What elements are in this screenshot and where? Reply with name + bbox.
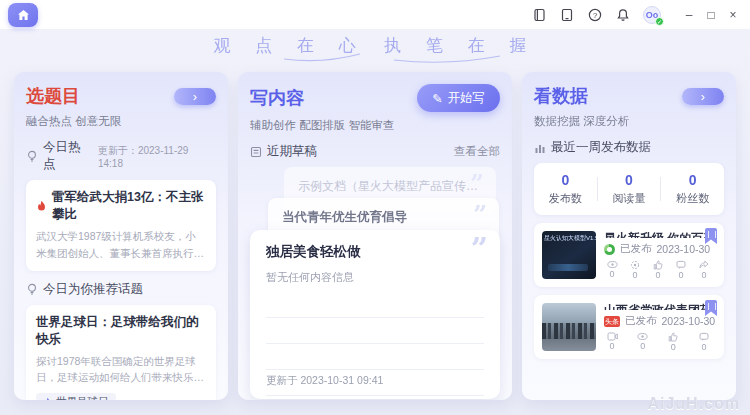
published-article-item[interactable]: 星火认知大模型V1.5 发布 星火新升级 你的百变随... 已发布 2023-1…: [534, 223, 724, 287]
stat-label: 阅读量: [598, 191, 661, 206]
hot-topic-body: 武汉大学1987级计算机系校友，小米集团创始人、董事长兼首席执行官雷军向母校捐赠…: [36, 228, 206, 262]
stat-publish: 0 发布数: [534, 172, 597, 206]
like-icon: [668, 332, 678, 342]
like-icon: [653, 260, 663, 270]
user-avatar[interactable]: Oo ✓: [643, 6, 661, 24]
start-writing-label: 开始写: [448, 90, 486, 107]
stat-label: 发布数: [534, 191, 597, 206]
flame-purple-icon: [43, 397, 52, 400]
draft-title: 独居美食轻松做: [266, 243, 484, 261]
bar-chart-icon: [534, 142, 546, 154]
article-date: 2023-10-30: [662, 315, 716, 327]
article-status: 已发布: [625, 314, 657, 328]
bell-icon[interactable]: [615, 8, 630, 23]
count-value: 0: [678, 271, 683, 280]
stat-reads: 0 阅读量: [598, 172, 661, 206]
titlebar: ? Oo ✓ – □ ×: [0, 0, 750, 30]
data-panel-subtitle: 数据挖掘 深度分析: [534, 114, 724, 129]
drafts-section-label: 近期草稿: [267, 143, 317, 160]
svg-text:?: ?: [592, 11, 596, 20]
stat-label: 粉丝数: [661, 191, 724, 206]
article-thumbnail: 星火认知大模型V1.5 发布: [542, 231, 596, 279]
flame-red-icon: [36, 200, 47, 212]
article-status: 已发布: [620, 242, 652, 256]
views-icon: [637, 332, 648, 341]
view-all-link[interactable]: 查看全部: [454, 144, 500, 159]
article-title: 星火新升级 你的百变随...: [604, 230, 716, 238]
weekly-stats-card: 0 发布数 0 阅读量 0 粉丝数: [534, 163, 724, 215]
hot-topic-card[interactable]: 雷军给武大捐13亿：不主张攀比 武汉大学1987级计算机系校友，小米集团创始人、…: [26, 180, 216, 271]
lightbulb-icon: [26, 150, 38, 162]
topic-tag[interactable]: 世界足球日: [36, 393, 116, 400]
device-icon[interactable]: [559, 8, 574, 23]
recommend-card-body: 探讨1978年联合国确定的世界足球日，足球运动如何给人们带来快乐，以及足球运动的…: [36, 353, 206, 387]
draft-title: 当代青年优生优育倡导: [282, 209, 485, 226]
topic-tag-label: 世界足球日: [56, 395, 109, 400]
hot-section-updated: 更新于：2023-11-29 14:18: [98, 144, 216, 169]
stat-value: 0: [598, 172, 661, 188]
article-title: 山西省党政代表团莅临科...: [604, 302, 716, 310]
draft-updated-time: 更新于 2023-10-31 09:41: [266, 374, 383, 388]
count-value: 0: [640, 342, 645, 351]
topic-panel: 选题目 › 融合热点 创意无限 今日热点 更新于：2023-11-29 14:1…: [14, 72, 228, 400]
thumbnail-decoration: [548, 264, 588, 271]
home-button[interactable]: [8, 3, 38, 27]
data-panel: 看数据 › 数据挖掘 深度分析 最近一周发布数据 0 发布数 0 阅读量 0 粉…: [522, 72, 736, 400]
recommend-section-label: 今日为你推荐话题: [43, 281, 143, 298]
count-value: 0: [655, 271, 660, 280]
notebook-icon[interactable]: [531, 8, 546, 23]
page-slogan: 观 点 在 心 执 笔 在 握: [0, 34, 750, 57]
red-platform-badge: 头条: [604, 316, 620, 327]
close-button[interactable]: ×: [722, 0, 744, 30]
chevron-right-icon: ›: [193, 90, 197, 103]
count-value: 0: [701, 343, 706, 352]
comment-icon: [676, 260, 686, 270]
comment-icon: [699, 332, 709, 342]
recommend-card-title: 世界足球日：足球带给我们的快乐: [36, 314, 206, 348]
count-value: 0: [609, 270, 614, 279]
data-panel-title: 看数据: [534, 84, 588, 108]
count-value: 0: [632, 271, 637, 280]
share-icon: [699, 260, 709, 270]
thumbnail-caption: 星火认知大模型V1.5 发布: [542, 231, 596, 246]
write-panel: 写内容 ✎ 开始写 辅助创作 配图排版 智能审查 近期草稿 查看全部 示例文档（…: [238, 72, 512, 400]
help-icon[interactable]: ?: [587, 8, 602, 23]
topic-panel-arrow-button[interactable]: ›: [174, 88, 216, 105]
topic-panel-title: 选题目: [26, 84, 80, 108]
chevron-right-icon: ›: [701, 90, 705, 103]
stat-value: 0: [661, 172, 724, 188]
views-icon: [607, 260, 618, 269]
minimize-button[interactable]: –: [678, 0, 700, 30]
video-play-icon: [607, 332, 618, 341]
count-value: 0: [701, 271, 706, 280]
data-panel-arrow-button[interactable]: ›: [682, 88, 724, 105]
thumbnail-decoration: [542, 323, 596, 339]
count-value: 0: [609, 342, 614, 351]
stat-value: 0: [534, 172, 597, 188]
stat-fans: 0 粉丝数: [661, 172, 724, 206]
watermark: AiJuH.com: [647, 395, 740, 413]
write-panel-subtitle: 辅助创作 配图排版 智能审查: [250, 118, 500, 133]
draft-empty-hint: 暂无任何内容信息: [266, 270, 484, 285]
maximize-button[interactable]: □: [700, 0, 722, 30]
draft-card-active[interactable]: 独居美食轻松做 ” 暂无任何内容信息 更新于 2023-10-31 09:41: [250, 230, 500, 399]
topic-panel-subtitle: 融合热点 创意无限: [26, 114, 216, 129]
slogan-left: 观 点 在 心: [214, 36, 366, 55]
draft-title: 示例文档（星火大模型产品宣传稿）: [298, 178, 482, 195]
verified-badge-icon: ✓: [655, 17, 664, 26]
green-platform-icon: [604, 244, 615, 255]
start-writing-button[interactable]: ✎ 开始写: [417, 84, 500, 112]
pencil-icon: ✎: [432, 91, 442, 106]
recommend-icon: [630, 260, 640, 270]
article-date: 2023-10-30: [657, 243, 711, 255]
weekly-data-label: 最近一周发布数据: [551, 139, 651, 156]
home-icon: [17, 9, 30, 21]
write-panel-title: 写内容: [250, 86, 304, 110]
published-article-item[interactable]: 山西省党政代表团莅临科... 头条 已发布 2023-10-30 0 0 0 0: [534, 295, 724, 359]
hot-section-label: 今日热点: [43, 139, 93, 173]
recommend-card[interactable]: 世界足球日：足球带给我们的快乐 探讨1978年联合国确定的世界足球日，足球运动如…: [26, 305, 216, 400]
drafts-stack: 示例文档（星火大模型产品宣传稿） ” 当代青年优生优育倡导 ” 独居美食轻松做 …: [250, 167, 500, 399]
slogan-right: 执 笔 在 握: [384, 36, 536, 55]
document-icon: [250, 146, 262, 158]
hot-topic-title: 雷军给武大捐13亿：不主张攀比: [52, 189, 206, 223]
